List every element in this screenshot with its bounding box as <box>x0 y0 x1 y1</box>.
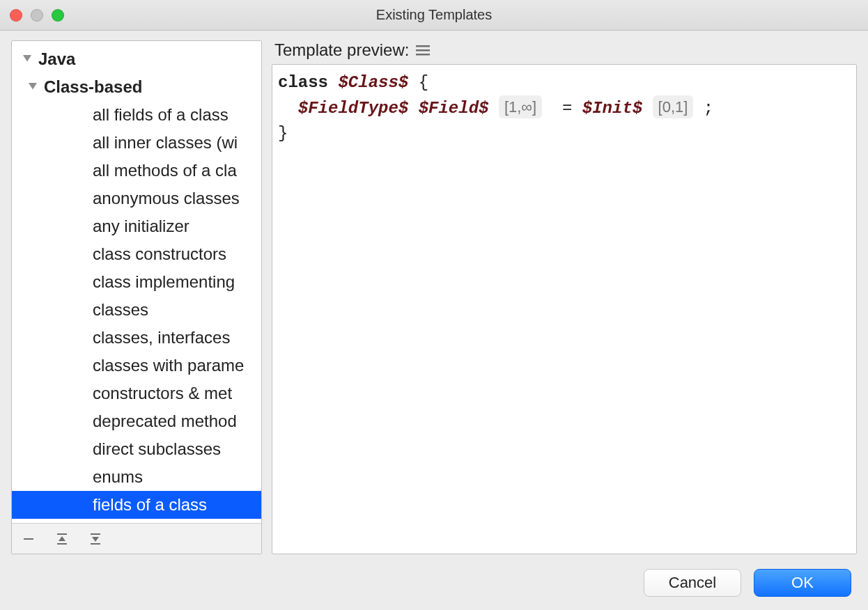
tree-leaf[interactable]: all fields of a class <box>12 101 261 129</box>
tree-leaf[interactable]: any initializer <box>12 212 261 240</box>
tree-leaf[interactable]: class implementing <box>12 268 261 296</box>
svg-marker-1 <box>29 83 37 90</box>
preview-code-area[interactable]: class $Class$ { $FieldType$ $Field$ [1,∞… <box>272 64 857 554</box>
code-brace-close: } <box>278 124 288 143</box>
svg-marker-7 <box>92 537 99 542</box>
preview-panel: Template preview: class $Class$ { $Field… <box>272 40 857 554</box>
expand-all-icon[interactable] <box>55 532 69 546</box>
code-semi: ; <box>704 99 713 118</box>
tree-leaf[interactable]: direct subclasses <box>12 435 261 463</box>
tree-leaf-label: fields of a class <box>93 495 207 515</box>
tree-node-label: Java <box>38 49 75 69</box>
svg-rect-2 <box>24 538 33 540</box>
tree-leaf[interactable]: deprecated method <box>12 407 261 435</box>
minimize-window-button[interactable] <box>31 9 43 22</box>
tree-leaf-label: anonymous classes <box>93 189 240 208</box>
preview-header-label: Template preview: <box>274 40 409 60</box>
tree-leaf-label: enums <box>93 467 143 487</box>
close-window-button[interactable] <box>10 9 22 22</box>
tree-leaf-label: all fields of a class <box>93 105 228 125</box>
titlebar: Existing Templates <box>0 0 868 31</box>
tree-leaf[interactable]: enums <box>12 463 261 491</box>
svg-rect-11 <box>416 54 430 56</box>
tree-leaf-label: constructors & met <box>93 384 232 403</box>
dialog-footer: Cancel OK <box>0 565 868 610</box>
maximize-window-button[interactable] <box>52 9 64 22</box>
tree-node-class-based[interactable]: Class-based <box>12 73 261 101</box>
tree-node-java[interactable]: Java <box>12 45 261 73</box>
tree-leaf-label: all methods of a cla <box>93 161 237 180</box>
tree-leaf-label: direct subclasses <box>93 439 221 459</box>
tree-leaf-label: any initializer <box>93 217 189 236</box>
tree-leaf-label: classes <box>93 300 148 320</box>
svg-marker-0 <box>23 55 31 62</box>
template-code: class $Class$ { $FieldType$ $Field$ [1,∞… <box>278 70 851 146</box>
tree-leaf-label: classes, interfaces <box>93 328 230 347</box>
dialog-content: Java Class-based all fields of a class a… <box>0 31 868 565</box>
tree-leaf[interactable]: classes, interfaces <box>12 324 261 352</box>
code-var-field: $Field$ <box>419 99 489 118</box>
tree-leaf[interactable]: all methods of a cla <box>12 157 261 185</box>
ok-button[interactable]: OK <box>754 569 851 597</box>
template-tree[interactable]: Java Class-based all fields of a class a… <box>12 41 261 523</box>
svg-rect-6 <box>91 533 100 535</box>
tree-leaf[interactable]: classes <box>12 296 261 324</box>
svg-rect-9 <box>416 45 430 47</box>
tree-leaf-label: deprecated method <box>93 412 237 431</box>
code-brace-open: { <box>419 73 428 92</box>
tree-leaf[interactable]: anonymous classes <box>12 185 261 212</box>
chevron-down-icon <box>26 80 40 94</box>
window-controls <box>10 9 64 22</box>
chevron-down-icon <box>20 52 34 66</box>
tree-leaf-label: all inner classes (wi <box>93 133 238 152</box>
template-tree-panel: Java Class-based all fields of a class a… <box>11 40 262 554</box>
tree-leaf-label: classes with parame <box>93 356 244 375</box>
svg-rect-5 <box>57 543 67 545</box>
svg-rect-3 <box>57 533 67 535</box>
collapse-all-icon[interactable] <box>88 532 102 546</box>
tree-leaf-selected[interactable]: fields of a class <box>12 491 261 519</box>
code-var-init: $Init$ <box>582 99 642 118</box>
tree-leaf[interactable]: all inner classes (wi <box>12 129 261 157</box>
code-keyword: class <box>278 73 328 92</box>
code-var-fieldtype: $FieldType$ <box>298 99 408 118</box>
code-var-class: $Class$ <box>338 73 408 92</box>
menu-icon[interactable] <box>416 40 430 60</box>
tree-leaf[interactable]: constructors & met <box>12 380 261 407</box>
cancel-button[interactable]: Cancel <box>644 569 741 597</box>
tree-leaf-label: class implementing <box>93 272 235 292</box>
tree-toolbar <box>12 523 261 554</box>
remove-icon[interactable] <box>22 532 36 546</box>
svg-rect-8 <box>91 543 100 545</box>
svg-marker-4 <box>59 536 65 541</box>
tree-leaf[interactable]: classes with parame <box>12 352 261 380</box>
code-indent <box>278 99 298 118</box>
tree-node-label: Class-based <box>44 77 142 97</box>
window-title: Existing Templates <box>376 7 492 23</box>
code-eq: = <box>552 99 582 118</box>
multiplicity-chip: [1,∞] <box>499 95 542 118</box>
tree-leaf[interactable]: class constructors <box>12 240 261 268</box>
preview-header: Template preview: <box>272 40 857 64</box>
svg-rect-10 <box>416 49 430 52</box>
tree-leaf-label: class constructors <box>93 244 226 264</box>
multiplicity-chip: [0,1] <box>653 95 694 118</box>
